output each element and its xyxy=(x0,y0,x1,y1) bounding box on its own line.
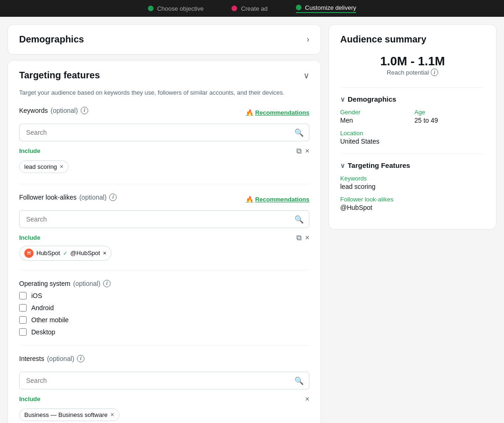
os-checkbox-desktop[interactable] xyxy=(19,328,27,336)
targeting-features-card: Targeting features ∨ Target your audienc… xyxy=(7,60,321,423)
keywords-close-button[interactable]: × xyxy=(305,147,309,155)
hubspot-handle: @HubSpot xyxy=(70,250,100,257)
nav-step-choose-objective[interactable]: Choose objective xyxy=(148,5,204,12)
keywords-info-icon[interactable]: i xyxy=(81,107,88,114)
hubspot-name: HubSpot xyxy=(36,250,60,257)
interests-search-wrap: 🔍 xyxy=(19,372,309,389)
tag-lead-scoring-close[interactable]: × xyxy=(60,163,63,170)
demographics-chevron-right[interactable]: › xyxy=(307,35,309,44)
summary-gender-label: Gender xyxy=(340,109,411,116)
os-info-icon[interactable]: i xyxy=(103,280,111,287)
summary-follower-lookalikes: Follower look-alikes @HubSpot xyxy=(340,196,485,211)
tag-lead-scoring: lead scoring × xyxy=(19,160,69,173)
summary-targeting-chevron: ∨ xyxy=(340,162,345,169)
demographics-card: Demographics › xyxy=(7,24,321,55)
targeting-header: Targeting features ∨ xyxy=(19,70,309,81)
keywords-recommendations-button[interactable]: 🔥 Recommendations xyxy=(246,109,309,116)
summary-age-label: Age xyxy=(414,109,485,116)
main-layout: Demographics › Targeting features ∨ Targ… xyxy=(0,17,504,423)
targeting-description: Target your audience based on keywords t… xyxy=(19,88,309,97)
demographics-title: Demographics xyxy=(19,34,84,45)
summary-gender: Gender Men xyxy=(340,109,411,124)
nav-dot-choose-objective xyxy=(148,6,154,11)
tag-hubspot-close[interactable]: × xyxy=(103,250,106,257)
summary-keywords: Keywords lead scoring xyxy=(340,175,485,190)
summary-demographics-header[interactable]: ∨ Demographics xyxy=(340,95,485,103)
reach-info-icon[interactable]: i xyxy=(431,69,438,76)
follower-lookalikes-tags: H HubSpot ✓ @HubSpot × xyxy=(19,246,309,261)
operating-system-label: Operating system (optional) i xyxy=(19,280,309,287)
reach-label: Reach potential i xyxy=(340,69,485,76)
interests-search-input[interactable] xyxy=(19,372,309,389)
targeting-chevron-down[interactable]: ∨ xyxy=(303,70,309,81)
left-panel: Demographics › Targeting features ∨ Targ… xyxy=(7,24,321,423)
follower-lookalikes-header-row: Follower look-alikes (optional) i 🔥 Reco… xyxy=(19,194,309,206)
summary-demographics-label: Demographics xyxy=(348,95,396,103)
keywords-copy-button[interactable]: ⧉ xyxy=(296,147,301,155)
keywords-search-input[interactable] xyxy=(19,124,309,141)
interests-label: Interests (optional) i xyxy=(19,355,84,362)
tag-business-software-close[interactable]: × xyxy=(110,411,114,418)
interests-info-icon[interactable]: i xyxy=(77,355,84,362)
tag-lead-scoring-text: lead scoring xyxy=(24,163,57,170)
targeting-title: Targeting features xyxy=(19,70,100,81)
interests-section: Interests (optional) i 🔍 Include × xyxy=(19,355,309,423)
follower-lookalikes-recommendations-button[interactable]: 🔥 Recommendations xyxy=(246,196,309,203)
divider-3 xyxy=(19,345,309,346)
tag-hubspot: H HubSpot ✓ @HubSpot × xyxy=(19,246,112,261)
reach-section: 1.0M - 1.1M Reach potential i xyxy=(340,54,485,76)
right-panel: Audience summary 1.0M - 1.1M Reach poten… xyxy=(329,24,497,423)
os-checkbox-list: iOS Android Other mobile Desktop xyxy=(19,292,309,336)
summary-targeting-section: ∨ Targeting Features Keywords lead scori… xyxy=(340,161,485,211)
follower-lookalikes-include-row: Include ⧉ × xyxy=(19,234,309,242)
summary-location: Location United States xyxy=(340,130,485,145)
summary-targeting-header[interactable]: ∨ Targeting Features xyxy=(340,161,485,169)
hubspot-verified-icon: ✓ xyxy=(63,250,68,257)
nav-step-create-ad[interactable]: Create ad xyxy=(231,5,267,12)
follower-lookalikes-search-input[interactable] xyxy=(19,210,309,228)
keywords-label: Keywords (optional) i xyxy=(19,107,88,114)
follower-lookalikes-close-button[interactable]: × xyxy=(305,234,309,242)
os-option-android[interactable]: Android xyxy=(19,304,309,312)
reach-number: 1.0M - 1.1M xyxy=(340,54,485,69)
os-checkbox-android[interactable] xyxy=(19,304,27,312)
os-checkbox-other-mobile[interactable] xyxy=(19,316,27,324)
interests-tags: Business — Business software × xyxy=(19,407,309,423)
nav-label-create-ad: Create ad xyxy=(241,5,267,12)
os-checkbox-ios[interactable] xyxy=(19,292,27,299)
nav-step-customize-delivery[interactable]: Customize delivery xyxy=(296,4,357,13)
summary-age-value: 25 to 49 xyxy=(414,117,485,124)
summary-keywords-label: Keywords xyxy=(340,175,485,182)
summary-divider-1 xyxy=(340,87,485,88)
summary-targeting-grid: Keywords lead scoring Follower look-alik… xyxy=(340,175,485,211)
summary-location-value: United States xyxy=(340,138,485,145)
os-option-desktop[interactable]: Desktop xyxy=(19,328,309,336)
nav-label-choose-objective: Choose objective xyxy=(157,5,204,12)
interests-close-button[interactable]: × xyxy=(305,395,309,403)
os-option-ios[interactable]: iOS xyxy=(19,292,309,299)
keywords-header-row: Keywords (optional) i 🔥 Recommendations xyxy=(19,107,309,119)
nav-label-customize-delivery: Customize delivery xyxy=(305,4,357,11)
follower-lookalikes-info-icon[interactable]: i xyxy=(109,194,117,201)
divider-1 xyxy=(19,184,309,184)
demographics-card-header: Demographics › xyxy=(19,34,309,45)
interests-include-label: Include xyxy=(19,395,41,402)
summary-location-label: Location xyxy=(340,130,485,137)
audience-summary-card: Audience summary 1.0M - 1.1M Reach poten… xyxy=(329,24,497,229)
interests-header-row: Interests (optional) i xyxy=(19,355,309,367)
summary-demographics-chevron: ∨ xyxy=(340,96,345,103)
summary-follower-lookalikes-label: Follower look-alikes xyxy=(340,196,485,203)
follower-lookalikes-include-label: Include xyxy=(19,234,41,241)
follower-lookalikes-label: Follower look-alikes (optional) i xyxy=(19,194,117,201)
keywords-include-actions: ⧉ × xyxy=(296,147,309,155)
keywords-include-label: Include xyxy=(19,147,41,154)
top-nav: Choose objective Create ad Customize del… xyxy=(0,0,504,17)
os-option-other-mobile[interactable]: Other mobile xyxy=(19,316,309,324)
follower-lookalikes-copy-button[interactable]: ⧉ xyxy=(296,234,301,242)
tag-business-software-text: Business — Business software xyxy=(24,411,107,418)
summary-gender-value: Men xyxy=(340,117,411,124)
summary-demographics-grid: Gender Men Age 25 to 49 Location United … xyxy=(340,109,485,145)
summary-keywords-value: lead scoring xyxy=(340,183,485,190)
summary-targeting-label: Targeting Features xyxy=(348,161,410,169)
audience-summary-title: Audience summary xyxy=(340,34,485,45)
